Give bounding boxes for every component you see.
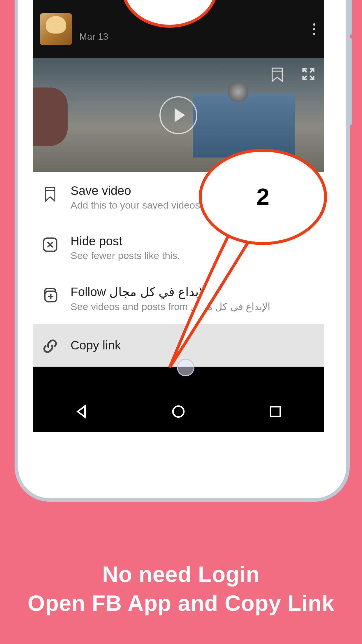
play-button[interactable] [159,96,197,134]
more-options-button[interactable] [313,23,315,35]
callout-2-label: 2 [199,149,327,245]
close-box-icon [41,236,59,253]
link-icon [41,337,59,355]
bookmark-icon [41,186,59,203]
nav-home-button[interactable] [171,404,186,420]
bookmark-icon[interactable] [271,67,283,83]
avatar[interactable] [40,13,72,45]
android-nav-bar [33,392,324,432]
svg-rect-9 [271,407,280,416]
post-date: Mar 13 [79,31,108,42]
video-content-hand [33,88,68,146]
play-icon [175,108,185,122]
fullscreen-icon[interactable] [301,67,315,82]
phone-screen: Mar 13 [33,0,324,432]
svg-point-8 [173,406,184,417]
callout-step-2: 2 [199,149,350,382]
callout-step-1: 1 [122,0,218,54]
nav-recent-button[interactable] [268,404,283,420]
caption-line-2: Open FB App and Copy Link [0,589,362,618]
follow-add-icon [41,286,59,304]
video-content [193,93,295,158]
nav-back-button[interactable] [74,404,89,420]
promo-caption: No need Login Open FB App and Copy Link [0,560,362,618]
phone-frame: Mar 13 [15,0,350,502]
caption-line-1: No need Login [0,560,362,589]
